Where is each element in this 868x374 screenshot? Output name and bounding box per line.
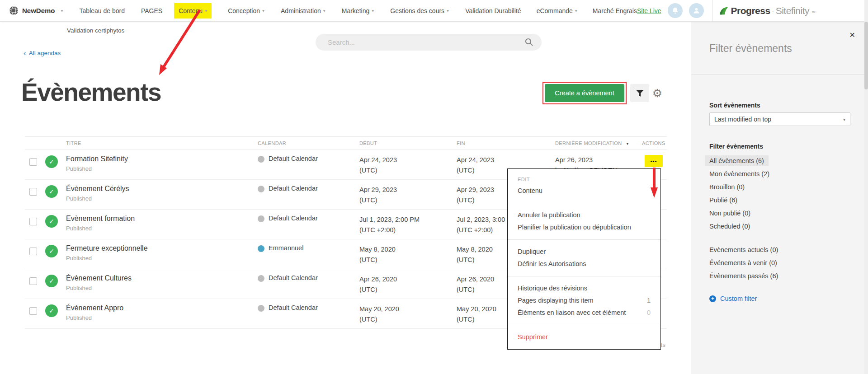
- chevron-down-icon: ▾: [843, 117, 845, 122]
- breadcrumb-all-agendas[interactable]: ‹ All agendas: [24, 50, 61, 56]
- row-checkbox[interactable]: [29, 277, 37, 285]
- status-filter-list: All évènements (6) Mon évènements (2) Br…: [709, 154, 850, 233]
- search-bar: [316, 34, 542, 51]
- calendar-name: Default Calendar: [269, 304, 318, 311]
- filter-item-upcoming-events[interactable]: Événements à venir (0): [709, 257, 850, 270]
- sort-events-select[interactable]: Last modified on top ▾: [709, 112, 850, 126]
- nav-item-conception[interactable]: Conception ▾: [228, 7, 264, 14]
- event-title[interactable]: Évènement Cérélys: [66, 185, 258, 193]
- filter-item-my-events[interactable]: Mon évènements (2): [709, 168, 850, 181]
- published-status-icon: ✓: [45, 215, 58, 228]
- menu-item-pages-displaying[interactable]: Pages displaying this item 1: [508, 295, 660, 307]
- row-checkbox[interactable]: [29, 307, 37, 315]
- nav-item-contenu[interactable]: Contenu ▾: [174, 3, 212, 19]
- annotation-arrowhead: [159, 64, 167, 75]
- site-live-link[interactable]: Site Live: [637, 7, 661, 14]
- event-status: Published: [66, 225, 258, 232]
- chevron-down-icon: ▾: [262, 8, 264, 13]
- calendar-dot-icon: [258, 156, 264, 163]
- menu-item-elements-liaison[interactable]: Éléments en liaison avec cet élément 0: [508, 307, 660, 319]
- menu-section-edit-label: EDIT: [508, 176, 660, 185]
- nav-item-validation-durabilite[interactable]: Validation Durabilité: [465, 7, 521, 14]
- event-title[interactable]: Évènement Cultures: [66, 274, 258, 282]
- filter-toggle-button[interactable]: [630, 84, 649, 102]
- menu-item-planifier-publication[interactable]: Planifier la publication ou dépublicatio…: [508, 221, 660, 234]
- menu-item-annuler-publication[interactable]: Annuler la publication: [508, 209, 660, 221]
- nav-item-gestions-des-cours[interactable]: Gestions des cours ▾: [390, 7, 449, 14]
- menu-item-definir-autorisations[interactable]: Définir les Autorisations: [508, 258, 660, 270]
- chevron-down-icon: ▾: [205, 8, 207, 13]
- event-status: Published: [66, 165, 258, 172]
- search-input[interactable]: [327, 38, 525, 47]
- trademark-mark: ™: [811, 10, 816, 15]
- page-scrollbar[interactable]: [864, 0, 868, 374]
- event-title[interactable]: Evènement formation: [66, 215, 258, 223]
- chevron-down-icon: ▾: [575, 8, 577, 13]
- calendar-name: Emmannuel: [269, 244, 303, 252]
- event-status: Published: [66, 255, 258, 262]
- nav-item-administration[interactable]: Administration ▾: [281, 7, 326, 14]
- column-header-debut[interactable]: DÉBUT: [359, 140, 457, 146]
- close-icon[interactable]: ✕: [849, 31, 855, 39]
- calendar-dot-icon: [258, 186, 264, 192]
- filter-item-all-events[interactable]: All évènements (6): [709, 154, 850, 168]
- nav-item-pages[interactable]: PAGES: [141, 7, 162, 14]
- top-nav: NewDemo ▾ Tableau de bord PAGES Contenu …: [0, 0, 868, 22]
- notifications-button[interactable]: [668, 3, 683, 18]
- settings-gear-button[interactable]: ⚙: [651, 84, 664, 102]
- published-status-icon: ✓: [45, 185, 58, 198]
- filter-item-current-events[interactable]: Evènements actuels (0): [709, 243, 850, 257]
- column-header-fin[interactable]: FIN: [457, 140, 555, 146]
- site-name: NewDemo: [22, 7, 55, 14]
- event-status: Published: [66, 285, 258, 291]
- subnav-item-validation-certiphytos[interactable]: Validation certiphytos: [67, 27, 124, 34]
- event-title[interactable]: Fermeture exceptionnelle: [66, 244, 258, 252]
- row-checkbox[interactable]: [29, 218, 37, 225]
- profile-button[interactable]: [689, 3, 704, 18]
- chevron-down-icon: ▾: [447, 8, 449, 13]
- top-nav-right: eCommande ▾ Marché Engrais Site Live: [537, 0, 868, 22]
- row-checkbox[interactable]: [29, 188, 37, 196]
- filter-item-scheduled[interactable]: Scheduled (0): [709, 220, 850, 233]
- filter-item-past-events[interactable]: Évènements passés (6): [709, 270, 850, 283]
- nav-item-marketing[interactable]: Marketing ▾: [342, 7, 374, 14]
- related-items-count: 0: [647, 307, 651, 319]
- chevron-down-icon: ▾: [61, 8, 63, 13]
- event-title[interactable]: Évènement Appro: [66, 304, 258, 312]
- page-title: Évènements: [21, 79, 161, 106]
- custom-filter-label: Custom filter: [720, 295, 757, 302]
- row-checkbox[interactable]: [29, 158, 37, 166]
- sort-selected-value: Last modified on top: [714, 116, 771, 123]
- filter-item-draft[interactable]: Brouillon (0): [709, 181, 850, 194]
- progress-logo-icon: [719, 6, 729, 15]
- menu-item-supprimer[interactable]: Supprimer: [508, 331, 660, 343]
- time-filter-list: Evènements actuels (0) Événements à veni…: [709, 243, 850, 283]
- site-selector[interactable]: NewDemo ▾: [9, 6, 63, 15]
- nav-item-dashboard[interactable]: Tableau de bord: [80, 7, 125, 14]
- filter-item-published[interactable]: Publié (6): [709, 194, 850, 207]
- create-event-button[interactable]: Create a évènement: [545, 84, 624, 102]
- chevron-down-icon: ▾: [323, 8, 326, 13]
- menu-item-contenu[interactable]: Contenu: [508, 185, 660, 197]
- menu-item-historique-revisions[interactable]: Historique des révisions: [508, 282, 660, 295]
- funnel-icon: [636, 90, 644, 97]
- column-header-titre[interactable]: TITRE: [66, 140, 258, 146]
- calendar-name: Default Calendar: [269, 185, 318, 192]
- nav-item-ecommande[interactable]: eCommande ▾: [537, 7, 577, 14]
- start-date: May 20, 2020(UTC): [359, 304, 457, 328]
- row-checkbox[interactable]: [29, 248, 37, 255]
- calendar-name: Default Calendar: [269, 274, 318, 281]
- column-header-derniere-modification[interactable]: DERNIÈRE MODIFICATION ▼: [555, 140, 642, 146]
- menu-item-dupliquer[interactable]: Dupliquer: [508, 246, 660, 258]
- actions-menu-button[interactable]: •••: [645, 155, 663, 167]
- pages-displaying-count: 1: [647, 295, 651, 307]
- column-header-calendar[interactable]: CALENDAR: [258, 140, 359, 146]
- published-status-icon: ✓: [45, 155, 58, 168]
- event-title[interactable]: Formation Sitefinity: [66, 155, 258, 163]
- filter-panel: ✕ Filter évènements Sort évènements Last…: [691, 22, 868, 374]
- scrollbar-thumb[interactable]: [864, 22, 868, 89]
- filter-item-unpublished[interactable]: Non publié (0): [709, 207, 850, 220]
- start-date: Apr 24, 2023(UTC): [359, 155, 457, 179]
- custom-filter-link[interactable]: + Custom filter: [709, 295, 850, 302]
- search-icon[interactable]: [525, 38, 533, 47]
